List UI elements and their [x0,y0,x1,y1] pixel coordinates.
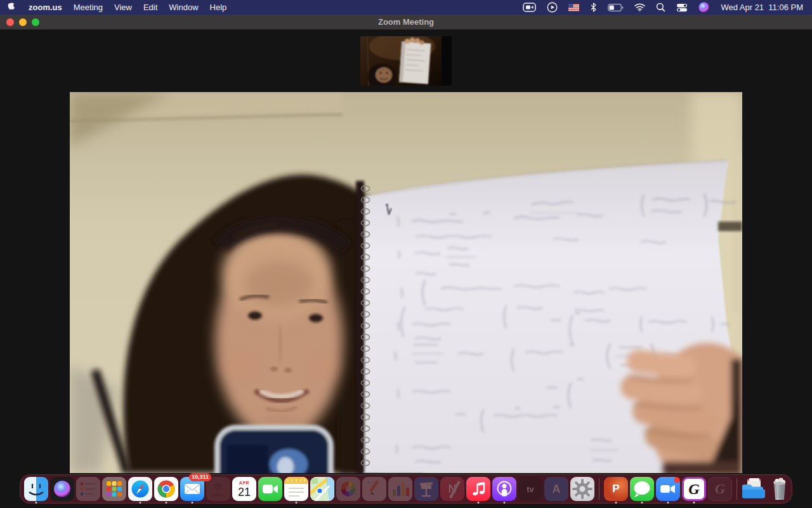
self-view-thumbnail[interactable] [360,36,452,86]
dock-item-facetime[interactable] [258,474,283,504]
dock-item-reminders[interactable] [75,474,101,504]
zoom-app-icon [656,477,680,501]
now-playing-icon[interactable] [542,0,562,15]
g-app-letter: G [688,479,699,498]
dock-item-calendar[interactable]: APR 21 [232,474,257,504]
running-indicator [615,502,617,504]
chrome-icon [154,477,178,501]
window-title: Zoom Meeting [0,17,812,27]
siri-icon[interactable] [694,0,714,15]
spotlight-icon[interactable] [652,0,670,15]
zoom-meeting-stage [0,30,812,508]
dock-item-powerpoint[interactable]: P [603,474,629,504]
dock-separator [599,478,599,500]
menu-help[interactable]: Help [204,0,233,15]
app-store-icon: A [544,477,568,501]
dock-item-keynote[interactable] [414,474,439,504]
running-indicator [36,502,37,504]
menu-window[interactable]: Window [163,0,204,15]
siri-app-icon [50,477,74,501]
trash-full-icon [768,477,792,501]
dock-item-podcasts[interactable] [492,474,517,504]
dock-item-notes[interactable] [284,474,309,504]
menu-view[interactable]: View [108,0,138,15]
dock-separator [737,478,737,500]
menu-meeting[interactable]: Meeting [68,0,108,15]
dock-item-photos[interactable] [336,474,361,504]
facetime-icon [258,477,282,501]
notes-icon [284,477,308,501]
dock-item-launchpad[interactable] [102,474,127,504]
dock-item-numbers[interactable] [388,474,413,504]
dock-item-pages[interactable]: “ [362,474,387,504]
dock-item-system-preferences[interactable] [570,474,595,504]
dock: 10,311 APR 21 [20,474,792,504]
music-icon [466,477,490,501]
running-indicator [296,502,298,504]
running-indicator [693,502,695,504]
dock-item-app-store[interactable]: A [544,474,569,504]
running-indicator [140,502,141,504]
wifi-icon[interactable] [630,0,650,15]
safari-icon [128,477,152,501]
contacts-icon [206,477,230,501]
running-indicator [478,502,480,504]
menu-bar-clock[interactable]: Wed Apr 21 11:06 PM [716,3,806,12]
dock-item-safari[interactable] [128,474,153,504]
dock-item-finder[interactable] [23,474,49,504]
running-indicator [641,502,643,504]
traffic-lights [6,18,39,26]
g-app-alt-icon: G [708,477,732,501]
tv-label: tv [527,485,534,494]
system-preferences-icon [570,477,594,501]
dock-item-news[interactable]: N [440,474,465,504]
dock-item-zoom[interactable] [655,474,681,504]
minimize-button[interactable] [19,18,27,26]
photos-icon [336,477,360,501]
control-center-icon[interactable] [672,0,692,15]
fullscreen-button[interactable] [32,18,39,26]
running-indicator [667,502,669,504]
dock-item-messages[interactable] [629,474,655,504]
close-button[interactable] [6,18,14,26]
g-app-icon: G [682,477,706,501]
messages-icon [630,477,654,501]
window-title-bar: Zoom Meeting [0,15,812,30]
input-source-us-flag-icon[interactable] [564,0,584,15]
keynote-icon [414,477,438,501]
mail-unread-badge: 10,311 [189,473,211,481]
menu-edit[interactable]: Edit [138,0,163,15]
calendar-day: 21 [238,486,251,498]
main-participant-video [70,92,742,473]
zoom-notification-dot [674,478,680,483]
apple-icon [8,3,16,13]
zoom-meeting-icon[interactable] [518,0,540,15]
pages-icon: “ [362,477,386,501]
launchpad-icon [102,477,126,501]
participant-video-frame [70,92,742,473]
dock-item-g-app-alt[interactable]: G [707,474,733,504]
tv-icon: tv [518,477,542,501]
dock-item-trash[interactable] [767,474,792,504]
calendar-icon: APR 21 [232,477,256,501]
thumbnail-video [360,36,452,86]
g-app-alt-letter: G [715,481,725,497]
news-icon: N [440,477,464,501]
dock-item-chrome[interactable] [154,474,179,504]
dock-item-documents-folder[interactable] [741,474,766,504]
dock-item-music[interactable] [466,474,491,504]
apple-menu[interactable] [0,3,23,13]
dock-item-siri[interactable] [49,474,75,504]
dock-item-tv[interactable]: tv [518,474,543,504]
running-indicator [504,502,506,504]
dock-item-g-app[interactable]: G [681,474,707,504]
dock-item-mail[interactable]: 10,311 [180,474,205,504]
dock-item-maps[interactable] [310,474,335,504]
battery-icon[interactable] [603,0,628,15]
app-store-letter: A [553,483,561,496]
calendar-month: APR [239,481,249,486]
bluetooth-icon[interactable] [586,0,601,15]
desktop: zoom.us Meeting View Edit Window Help [0,0,812,508]
running-indicator [192,502,193,504]
menu-app-name[interactable]: zoom.us [23,0,68,15]
